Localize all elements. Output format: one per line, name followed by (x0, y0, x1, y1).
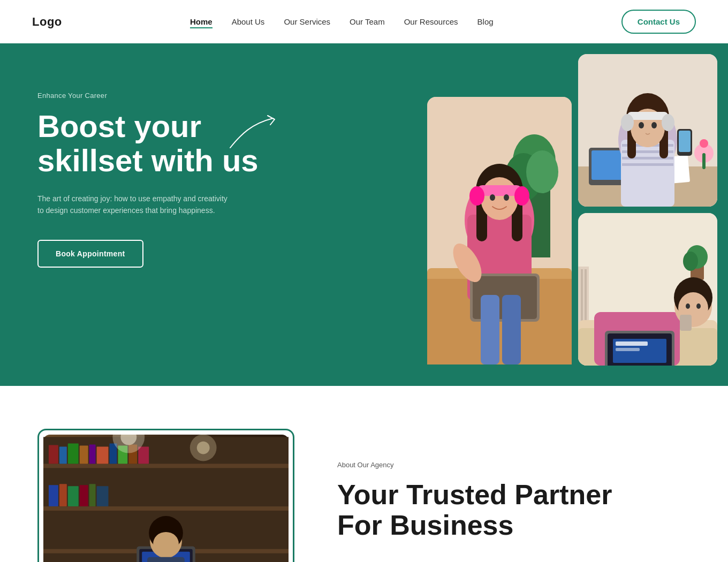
svg-rect-83 (80, 446, 88, 464)
hero-description: The art of creating joy: how to use empa… (37, 193, 230, 217)
svg-point-20 (514, 186, 529, 206)
about-title: Your Trusted Partner For Business (337, 480, 691, 541)
nav-link-team[interactable]: Our Team (350, 17, 385, 26)
svg-point-74 (696, 303, 701, 309)
about-inner-svg (43, 435, 289, 562)
svg-rect-84 (89, 445, 96, 464)
about-title-line2: For Business (337, 510, 513, 541)
hero-subtitle: Enhance Your Career (37, 92, 305, 100)
nav-links: Home About Us Our Services Our Team Our … (190, 17, 494, 27)
svg-rect-77 (43, 464, 289, 468)
svg-point-47 (639, 122, 644, 128)
svg-point-73 (686, 303, 690, 309)
svg-point-7 (526, 150, 558, 193)
svg-rect-82 (68, 444, 79, 464)
svg-rect-93 (80, 485, 88, 506)
nav-link-about[interactable]: About Us (232, 17, 265, 26)
hero-images (427, 43, 728, 386)
svg-point-45 (621, 114, 634, 131)
svg-point-46 (662, 114, 674, 131)
nav-item-services[interactable]: Our Services (284, 17, 330, 27)
svg-rect-81 (59, 447, 67, 464)
svg-rect-85 (97, 447, 109, 464)
logo: Logo (32, 15, 62, 29)
about-image-box (37, 429, 294, 562)
svg-point-21 (490, 194, 495, 201)
about-right-content: About Our Agency Your Trusted Partner Fo… (337, 429, 691, 541)
hero-side-top-svg (578, 54, 717, 207)
svg-point-19 (469, 186, 484, 206)
svg-point-111 (153, 532, 179, 556)
nav-link-blog[interactable]: Blog (477, 17, 494, 26)
nav-item-resources[interactable]: Our Resources (404, 17, 458, 27)
about-section: About Our Agency Your Trusted Partner Fo… (0, 386, 728, 562)
svg-rect-91 (59, 484, 67, 506)
svg-point-50 (700, 139, 708, 148)
svg-rect-51 (702, 153, 706, 169)
arrow-decoration (225, 113, 289, 158)
hero-main-image-svg (427, 97, 572, 364)
svg-rect-78 (43, 506, 289, 511)
svg-rect-112 (147, 557, 185, 562)
svg-rect-67 (680, 315, 692, 331)
svg-rect-72 (616, 348, 640, 351)
navbar: Logo Home About Us Our Services Our Team… (0, 0, 728, 43)
contact-us-button[interactable]: Contact Us (621, 10, 696, 34)
svg-rect-44 (627, 112, 668, 120)
hero-left-content: Enhance Your Career Boost your skillset … (37, 75, 305, 268)
hero-image-side-top (578, 54, 717, 207)
nav-item-blog[interactable]: Blog (477, 17, 494, 27)
svg-rect-71 (616, 341, 648, 346)
svg-rect-23 (481, 295, 499, 364)
svg-point-22 (504, 194, 509, 201)
svg-rect-92 (68, 486, 79, 506)
nav-item-team[interactable]: Our Team (350, 17, 385, 27)
svg-rect-24 (502, 295, 521, 364)
svg-rect-80 (49, 445, 58, 464)
svg-rect-32 (679, 131, 691, 152)
nav-link-home[interactable]: Home (190, 17, 213, 28)
svg-point-61 (683, 252, 698, 271)
svg-rect-38 (622, 163, 673, 166)
svg-point-48 (651, 122, 657, 128)
svg-rect-90 (49, 485, 58, 506)
book-appointment-button[interactable]: Book Appointment (37, 240, 143, 268)
hero-section: Enhance Your Career Boost your skillset … (0, 43, 728, 386)
svg-rect-89 (138, 447, 149, 464)
svg-rect-94 (89, 484, 96, 506)
svg-rect-95 (97, 486, 109, 506)
svg-point-99 (197, 442, 210, 454)
nav-link-services[interactable]: Our Services (284, 17, 330, 26)
hero-images-side (578, 54, 717, 375)
hero-image-side-bottom (578, 213, 717, 366)
hero-image-main (427, 97, 572, 386)
about-image-inner (43, 435, 289, 562)
nav-item-home[interactable]: Home (190, 17, 213, 27)
nav-item-about[interactable]: About Us (232, 17, 265, 27)
about-image-container (37, 429, 294, 562)
hero-side-bottom-svg (578, 213, 717, 366)
nav-link-resources[interactable]: Our Resources (404, 17, 458, 26)
about-title-line1: Your Trusted Partner (337, 479, 612, 510)
about-label: About Our Agency (337, 461, 691, 469)
svg-point-17 (481, 177, 518, 220)
